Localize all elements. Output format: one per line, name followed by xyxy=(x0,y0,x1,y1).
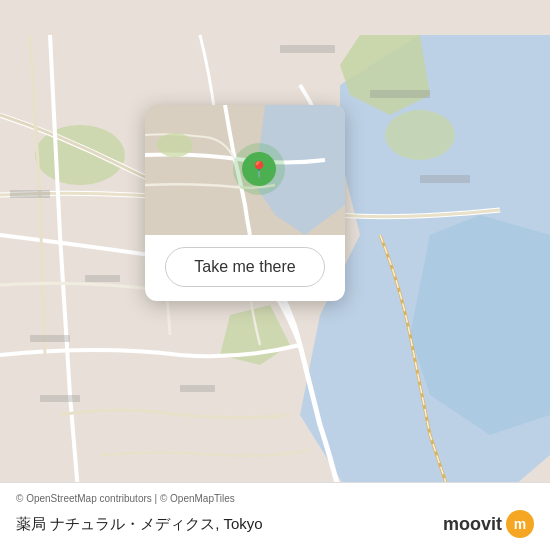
svg-rect-6 xyxy=(10,190,50,198)
svg-rect-10 xyxy=(180,385,215,392)
pin-marker-icon: 📍 xyxy=(249,160,269,179)
svg-point-17 xyxy=(157,133,193,157)
svg-rect-7 xyxy=(85,275,120,282)
bottom-bar: © OpenStreetMap contributors | © OpenMap… xyxy=(0,482,550,550)
location-popup: 📍 Take me there xyxy=(145,105,345,301)
svg-point-4 xyxy=(385,110,455,160)
map-container: 📍 Take me there © OpenStreetMap contribu… xyxy=(0,0,550,550)
place-name: 薬局 ナチュラル・メディクス, Tokyo xyxy=(16,515,263,534)
map-attribution: © OpenStreetMap contributors | © OpenMap… xyxy=(16,493,534,504)
svg-rect-8 xyxy=(30,335,70,342)
moovit-dot-icon: m xyxy=(506,510,534,538)
svg-rect-11 xyxy=(370,90,430,98)
svg-rect-12 xyxy=(420,175,470,183)
svg-rect-9 xyxy=(40,395,80,402)
moovit-logo: moovit m xyxy=(443,510,534,538)
location-pin: 📍 xyxy=(233,143,285,195)
pin-inner-circle: 📍 xyxy=(242,152,276,186)
take-me-there-button[interactable]: Take me there xyxy=(165,247,324,287)
pin-outer-ring: 📍 xyxy=(233,143,285,195)
popup-map-area: 📍 xyxy=(145,105,345,235)
moovit-text: moovit xyxy=(443,514,502,535)
place-info-row: 薬局 ナチュラル・メディクス, Tokyo moovit m xyxy=(16,510,534,538)
svg-rect-13 xyxy=(280,45,335,53)
